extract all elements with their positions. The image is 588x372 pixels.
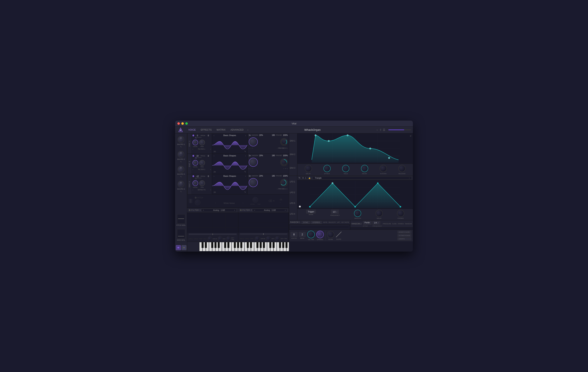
lfo-speed-box[interactable]: 8 - 1	[301, 176, 308, 180]
filter-1-keytrk-knob[interactable]	[226, 236, 231, 241]
bend-value[interactable]: 2	[299, 232, 306, 237]
osc-3-wave-next[interactable]: ›	[245, 175, 246, 178]
env-search-icon[interactable]: ☌	[410, 135, 411, 137]
lfo-stereo-knob[interactable]	[397, 210, 404, 217]
lfo-smooth-knob[interactable]	[354, 210, 361, 217]
osc-2-wave-edit-icon[interactable]: ✎	[244, 171, 246, 173]
tab-matrix[interactable]: MATRIX	[215, 128, 227, 132]
random-1-slider-bar[interactable]	[290, 225, 349, 229]
osc-3-filter-label[interactable]: EFFECTS	[194, 189, 210, 191]
env-2-label[interactable]: ENV 2	[290, 153, 297, 155]
osc-1-waveform[interactable]: ‹ Basic Shapes › 2D	[212, 133, 247, 154]
osc-1-phase-knob[interactable]	[279, 136, 289, 147]
filter-1-mix-knob[interactable]	[218, 236, 222, 241]
lfo-2-label[interactable]: LFO 2	[290, 191, 297, 193]
lfo-3-label[interactable]: LFO 3	[290, 202, 297, 204]
osc-3-waveform[interactable]: ‹ Basic Shapes › 2D ✎	[212, 174, 247, 194]
macro-3-knob[interactable]	[178, 166, 184, 173]
smp-active-dot[interactable]	[195, 197, 197, 199]
filter-1-next[interactable]: ›	[234, 209, 235, 211]
filter-2-display[interactable]	[238, 213, 289, 233]
random-1-sync-btn[interactable]: SYNC	[302, 221, 310, 224]
osc-1-filter-label[interactable]: FILTER 1	[194, 148, 210, 150]
env-decay-knob[interactable]	[361, 165, 368, 172]
tab-effects[interactable]: EFFECTS	[199, 128, 214, 132]
osc-2-level-knob[interactable]	[192, 160, 198, 166]
view-icon-1[interactable]	[176, 245, 181, 250]
tab-voice[interactable]: VOICE	[187, 128, 198, 132]
env-release-knob[interactable]	[398, 165, 406, 172]
macro-2-edit-icon[interactable]: ✎	[180, 161, 182, 163]
osc-2-pitch-right[interactable]: 0	[206, 155, 211, 157]
osc-1-pitch-right[interactable]: 0	[206, 135, 211, 137]
export-icon[interactable]: ⇧	[379, 128, 382, 131]
vel-trk-knob[interactable]	[307, 231, 315, 238]
tab-advanced[interactable]: ADVANCED	[229, 128, 245, 132]
lfo-wave-selector[interactable]: Triangle ›	[313, 176, 412, 180]
random-2-frequency[interactable]: 1/4 ♪	[372, 221, 380, 225]
osc-1-wave-prev[interactable]: ‹	[214, 134, 214, 137]
osc-1-wave-next[interactable]: ›	[245, 134, 246, 137]
env-3-label[interactable]: ENV 3	[290, 167, 297, 169]
minimize-button[interactable]	[181, 122, 184, 125]
osc-1-active-dot[interactable]	[192, 135, 194, 136]
smp-level-knob2[interactable]	[252, 197, 258, 202]
lfo-frequency-display[interactable]: 1/2 ♪	[331, 210, 339, 214]
env-delay-knob[interactable]	[305, 165, 312, 172]
macro-1-edit-icon[interactable]: ✎	[180, 146, 182, 148]
env-display[interactable]: ☌	[297, 133, 413, 164]
filter-1-drive-knob[interactable]	[208, 236, 212, 241]
filter-1-display[interactable]	[187, 213, 238, 233]
osc-2-wave-prev[interactable]: ‹	[214, 154, 214, 157]
osc-1-unison-knob[interactable]	[249, 137, 258, 146]
osc-3-level-knob[interactable]	[192, 180, 198, 186]
lfo-1-label[interactable]: LFO 1	[290, 181, 297, 183]
preset-next-arrow[interactable]: ›	[376, 128, 378, 131]
osc-2-waveform[interactable]: ‹ Basic Shapes › 2D ✎	[212, 154, 247, 174]
glide-knob[interactable]	[327, 231, 334, 238]
filter-1-prev[interactable]: ‹	[203, 209, 204, 211]
osc-3-phase-knob[interactable]	[280, 179, 288, 186]
filter-1-type[interactable]: ‹ Analog · 12dB ›	[201, 209, 237, 212]
osc-2-wave-next[interactable]: ›	[245, 154, 246, 157]
spread-knob[interactable]	[316, 231, 324, 238]
filter-2-mix-knob[interactable]	[266, 236, 271, 241]
macro-2-knob[interactable]	[178, 151, 184, 158]
lfo-lock-icon[interactable]: 🔒	[308, 177, 311, 179]
octave-scale-btn[interactable]: OCTAVE SCALE	[397, 234, 411, 237]
osc-3-pitch-right[interactable]: 0	[206, 175, 211, 177]
env-hold-knob[interactable]	[342, 165, 349, 172]
env-attack-knob[interactable]	[324, 165, 331, 172]
filter-2-next[interactable]: ›	[285, 209, 285, 211]
filter-2-keytrk-knob[interactable]	[275, 236, 280, 241]
filter-1-dot[interactable]	[189, 209, 191, 211]
filter-2-prev[interactable]: ‹	[254, 209, 255, 211]
osc-1-wave-edit-icon[interactable]: ✎	[244, 150, 246, 152]
osc-3-wave-prev[interactable]: ‹	[214, 175, 214, 178]
filter-2-dot[interactable]	[240, 209, 242, 211]
osc-3-unison-knob[interactable]	[249, 178, 258, 187]
lfo-delay-knob[interactable]	[376, 210, 383, 217]
osc-1-pan-knob[interactable]	[199, 140, 205, 145]
preset-prev-arrow[interactable]: ‹	[247, 128, 249, 131]
filter-2-drive-knob[interactable]	[255, 236, 260, 241]
osc-2-filter-label[interactable]: FILTER 2	[194, 169, 210, 170]
always-glide-btn[interactable]: ALWAYS GLIDE	[397, 231, 411, 233]
osc-1-pitch-left[interactable]: 0	[195, 135, 200, 137]
osc-2-active-dot[interactable]	[192, 155, 194, 157]
close-button[interactable]	[177, 122, 180, 125]
osc-3-active-dot[interactable]	[192, 175, 194, 177]
lfo-4-label[interactable]: LFO 4	[290, 213, 297, 215]
view-icon-2[interactable]	[181, 245, 187, 250]
lfo-display[interactable]	[297, 180, 413, 209]
macro-4-edit-icon[interactable]: ✎	[180, 191, 182, 193]
osc-2-phase-knob[interactable]	[280, 159, 288, 166]
osc-1-level-knob[interactable]	[192, 140, 198, 145]
macro-3-edit-icon[interactable]: ✎	[180, 176, 182, 178]
macro-1-knob[interactable]	[178, 136, 184, 143]
voices-value[interactable]: 8	[291, 232, 297, 237]
env-1-label[interactable]: ENV 1	[290, 140, 297, 142]
osc-3-pan-knob[interactable]	[199, 180, 205, 186]
env-sustain-knob[interactable]	[380, 165, 387, 172]
maximize-button[interactable]	[185, 122, 188, 125]
